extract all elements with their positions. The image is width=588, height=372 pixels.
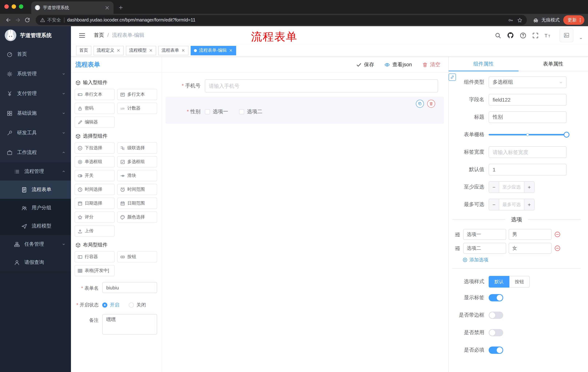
palette-item-lock[interactable]: 密码 <box>74 103 115 114</box>
drag-handle-icon[interactable] <box>454 245 461 251</box>
toggle-switch[interactable] <box>489 347 503 354</box>
menu-dots-icon[interactable] <box>578 17 583 23</box>
plus-button[interactable]: + <box>524 199 534 210</box>
tag-流程模型[interactable]: 流程模型 <box>126 46 156 55</box>
palette-item-star[interactable]: 评分 <box>74 212 115 223</box>
minus-button[interactable]: − <box>489 199 499 210</box>
tab-form-props[interactable]: 表单属性 <box>518 57 588 71</box>
option-name-input[interactable] <box>463 229 506 240</box>
field-name-input[interactable] <box>489 94 567 106</box>
toggle-switch[interactable] <box>489 329 503 336</box>
label-width-input[interactable] <box>489 146 567 158</box>
toggle-switch[interactable] <box>489 294 503 301</box>
palette-item-checkbox[interactable]: 多选框组 <box>117 156 157 167</box>
palette-item-switch[interactable]: 开关 <box>74 170 115 181</box>
sidebar-item-home[interactable]: 首页 <box>0 44 71 64</box>
link-badge[interactable] <box>449 74 456 81</box>
add-option-button[interactable]: 添加选项 <box>462 257 581 263</box>
help-icon[interactable] <box>520 32 526 39</box>
palette-item-radio[interactable]: 单选框组 <box>74 156 115 167</box>
palette-item-textarea[interactable]: 多行文本 <box>117 89 157 100</box>
phone-input[interactable] <box>205 79 438 93</box>
update-button[interactable]: 更新 <box>563 15 584 25</box>
avatar[interactable] <box>560 28 573 42</box>
min-select-placeholder[interactable]: 至少应选 <box>499 182 524 192</box>
palette-item-upload[interactable]: 上传 <box>74 225 115 237</box>
palette-item-daterange[interactable]: 日期范围 <box>117 198 157 209</box>
bookmark-star-icon[interactable] <box>517 17 523 23</box>
forward-icon[interactable] <box>13 15 22 25</box>
hamburger-icon[interactable] <box>78 32 86 39</box>
copy-component-button[interactable] <box>416 100 424 108</box>
avatar-caret-icon[interactable] <box>579 36 583 40</box>
palette-item-input-text[interactable]: 单行文本 <box>74 89 115 100</box>
palette-item-date[interactable]: 日期选择 <box>74 198 115 209</box>
max-select-placeholder[interactable]: 最多可选 <box>499 199 524 210</box>
palette-item-time[interactable]: 时间选择 <box>74 184 115 195</box>
default-value-input[interactable] <box>489 164 567 175</box>
gender-option-1-checkbox[interactable]: 选项一 <box>205 108 228 115</box>
palette-item-select[interactable]: 下拉选择 <box>74 142 115 154</box>
palette-item-color[interactable]: 颜色选择 <box>117 212 157 223</box>
tab-component-props[interactable]: 组件属性 <box>449 57 518 71</box>
palette-item-cascade[interactable]: 级联选择 <box>117 142 157 154</box>
sidebar-item-gear[interactable]: 系统管理 <box>0 64 71 84</box>
remove-option-icon[interactable] <box>554 231 561 238</box>
status-on-radio[interactable]: 开启 <box>102 302 119 308</box>
gender-option-2-checkbox[interactable]: 选项二 <box>239 108 262 115</box>
sidebar-item-yen[interactable]: 支付管理 <box>0 84 71 103</box>
browser-tab[interactable]: 芋道管理系统 <box>31 1 114 14</box>
remove-option-icon[interactable] <box>554 245 561 252</box>
sidebar-item-tool[interactable]: 研发工具 <box>0 123 71 143</box>
tag-首页[interactable]: 首页 <box>76 46 91 55</box>
close-icon[interactable] <box>229 48 233 53</box>
delete-component-button[interactable] <box>427 100 435 108</box>
status-off-radio[interactable]: 关闭 <box>129 302 146 308</box>
option-value-input[interactable] <box>509 229 552 240</box>
title-input[interactable] <box>489 111 567 123</box>
sidebar-item-doc[interactable]: 流程表单 <box>0 181 71 199</box>
maximize-window-button[interactable] <box>19 4 23 9</box>
palette-item-timerange[interactable]: 时间范围 <box>117 184 157 195</box>
sidebar-item-list[interactable]: 流程管理 <box>0 162 71 181</box>
save-button[interactable]: 保存 <box>356 61 374 68</box>
font-size-icon[interactable]: TT <box>544 32 551 39</box>
sidebar-item-infra[interactable]: 基础设施 <box>0 103 71 123</box>
selected-component-gender[interactable]: 性别 选项一 选项二 <box>166 97 444 124</box>
option-name-input[interactable] <box>463 243 506 254</box>
new-tab-button[interactable] <box>116 3 125 12</box>
address-bar[interactable]: 不安全 dashboard.yudao.iocoder.cn/bpm/manag… <box>36 15 527 25</box>
github-icon[interactable] <box>507 32 514 39</box>
minimize-window-button[interactable] <box>12 4 16 9</box>
form-remark-textarea[interactable]: 嘿嘿 <box>102 314 157 335</box>
form-grid-slider[interactable] <box>489 129 567 140</box>
sidebar-item-users[interactable]: 用户分组 <box>0 199 71 217</box>
toggle-switch[interactable] <box>489 312 503 319</box>
tag-流程表单[interactable]: 流程表单 <box>158 46 189 55</box>
slider-handle[interactable] <box>564 132 569 138</box>
sidebar-item-person[interactable]: 请假查询 <box>0 253 71 272</box>
fullscreen-icon[interactable] <box>532 32 539 39</box>
breadcrumb-home[interactable]: 首页 <box>94 32 104 39</box>
drag-handle-icon[interactable] <box>454 231 461 237</box>
tab-close-icon[interactable] <box>105 5 110 10</box>
option-value-input[interactable] <box>509 243 552 254</box>
clear-button[interactable]: 清空 <box>422 61 440 68</box>
palette-item-table[interactable]: 表格[开发中] <box>74 265 115 276</box>
sidebar-item-tasktree[interactable]: 任务管理 <box>0 235 71 253</box>
sidebar-item-plane[interactable]: 流程模型 <box>0 217 71 235</box>
password-key-icon[interactable] <box>508 17 514 23</box>
tag-流程定义[interactable]: 流程定义 <box>94 46 124 55</box>
style-default-button[interactable]: 默认 <box>489 276 509 287</box>
palette-item-editor[interactable]: 编辑器 <box>74 117 115 128</box>
palette-item-slider[interactable]: 滑块 <box>117 170 157 181</box>
phone-field-row[interactable]: 手机号 <box>166 79 444 93</box>
palette-item-row[interactable]: 行容器 <box>74 251 115 262</box>
component-type-select[interactable]: 多选框组 <box>489 76 567 88</box>
close-window-button[interactable] <box>4 4 9 9</box>
sidebar-item-workflow[interactable]: 工作流程 <box>0 143 71 162</box>
refresh-icon[interactable] <box>22 15 32 25</box>
close-icon[interactable] <box>149 48 153 53</box>
style-button-button[interactable]: 按钮 <box>509 276 530 287</box>
back-icon[interactable] <box>4 15 13 25</box>
